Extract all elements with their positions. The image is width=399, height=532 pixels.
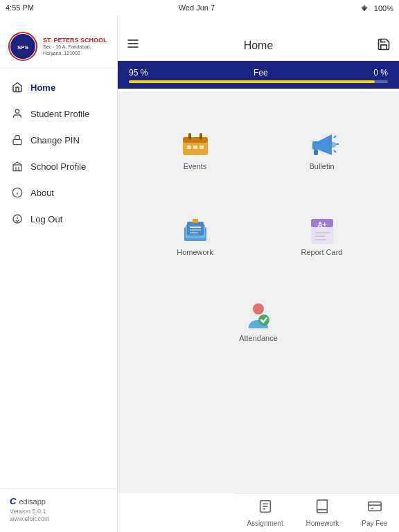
bulletin-icon (305, 127, 339, 161)
website-text: www.eloit.com (10, 515, 107, 522)
info-icon (11, 186, 24, 199)
homework-cell[interactable]: Homework (132, 198, 258, 270)
attendance-cell[interactable]: Attendance (195, 284, 322, 356)
sidebar-item-student-profile[interactable]: Student Profile (0, 100, 117, 127)
main-content: Home 95 % Fee 0 % (118, 0, 399, 532)
icon-row-2: Homework A+ Report Car (118, 191, 399, 277)
attendance-icon (242, 299, 275, 332)
svg-rect-30 (187, 222, 204, 236)
edisapp-brand: C edisapp (10, 496, 107, 506)
svg-rect-16 (188, 133, 191, 140)
sidebar-item-change-pin[interactable]: Change PIN (0, 127, 117, 153)
svg-line-27 (334, 150, 336, 152)
school-address: Sec - 16 A, Faridabad, Haryana, 121002 (43, 44, 109, 56)
svg-rect-3 (13, 139, 21, 144)
sidebar-footer: C edisapp Version 5.0.1 www.eloit.com (0, 488, 117, 532)
bulletin-icon-box (304, 126, 340, 162)
svg-rect-20 (200, 145, 204, 149)
progress-right-label: Fee (254, 68, 268, 78)
school-name: ST. PETERS SCHOOL (43, 37, 109, 44)
bulletin-label: Bulletin (309, 162, 334, 170)
svg-text:A+: A+ (317, 221, 326, 229)
sidebar-item-student-profile-label: Student Profile (30, 109, 89, 119)
save-icon[interactable] (377, 37, 391, 54)
svg-rect-23 (314, 150, 318, 155)
pay-fee-label: Pay Fee (362, 520, 387, 527)
sidebar-header: SPS ST. PETERS SCHOOL Sec - 16 A, Farida… (0, 15, 117, 69)
svg-point-2 (15, 109, 19, 113)
menu-button[interactable] (126, 37, 140, 54)
app-header: Home (118, 30, 399, 61)
version-text: Version 5.0.1 (10, 508, 107, 515)
sidebar-item-school-profile[interactable]: School Profile (0, 153, 117, 179)
sidebar-item-home[interactable]: Home (0, 74, 117, 100)
payfee-icon (367, 499, 382, 517)
bottom-nav: Assignment Homework (236, 493, 399, 532)
assignment-icon (258, 499, 273, 517)
sidebar-item-logout-label: Log Out (30, 214, 62, 224)
homework-icon (179, 213, 212, 247)
report-card-label: Report Card (301, 248, 343, 256)
events-icon-box (177, 126, 213, 162)
svg-point-41 (253, 303, 264, 314)
svg-rect-22 (312, 141, 319, 150)
svg-rect-4 (13, 165, 21, 171)
svg-rect-18 (187, 145, 191, 149)
content-area: Events (118, 91, 399, 493)
main-inner: Home 95 % Fee 0 % (118, 0, 399, 532)
bulletin-cell[interactable]: Bulletin (258, 112, 385, 184)
sidebar-item-home-label: Home (30, 82, 55, 93)
attendance-icon-box (240, 298, 276, 334)
sidebar-item-about-label: About (30, 188, 54, 198)
svg-text:SPS: SPS (17, 44, 29, 51)
sidebar-nav: Home Student Profile Change PIN (0, 69, 117, 488)
brand-name: edisapp (19, 497, 46, 506)
homework-nav-label: Homework (306, 520, 339, 527)
svg-rect-47 (369, 502, 381, 511)
school-name-block: ST. PETERS SCHOOL Sec - 16 A, Faridabad,… (43, 37, 109, 57)
sidebar-item-school-profile-label: School Profile (30, 161, 86, 172)
sidebar-item-logout[interactable]: Log Out (0, 206, 117, 232)
sidebar-item-about[interactable]: About (0, 179, 117, 206)
person-icon (11, 107, 24, 120)
lock-icon (11, 134, 24, 146)
home-icon (11, 81, 24, 94)
reportcard-icon: A+ (305, 213, 339, 247)
icon-row-3: Attendance (118, 277, 399, 363)
report-card-cell[interactable]: A+ Report Card (258, 198, 385, 270)
svg-point-24 (330, 142, 336, 148)
homework-icon-box (177, 212, 213, 248)
svg-rect-19 (193, 145, 197, 149)
status-bar: 4:55 PM Wed Jun 7 100% (0, 0, 399, 15)
status-time: 4:55 PM (6, 3, 34, 12)
status-date: Wed Jun 7 (179, 3, 215, 12)
events-icon (179, 127, 212, 161)
bottom-nav-pay-fee[interactable]: Pay Fee (362, 499, 387, 527)
building-icon (11, 160, 24, 172)
svg-marker-21 (318, 134, 332, 155)
events-cell[interactable]: Events (132, 112, 258, 184)
page-title: Home (244, 39, 274, 52)
svg-rect-34 (193, 219, 198, 223)
status-icons: 100% (360, 3, 393, 12)
sidebar: SPS ST. PETERS SCHOOL Sec - 16 A, Farida… (0, 0, 118, 532)
progress-fill (129, 80, 375, 83)
reportcard-icon-box: A+ (304, 212, 340, 248)
events-label: Events (184, 162, 207, 170)
homework-nav-icon (314, 499, 330, 517)
bottom-nav-assignment[interactable]: Assignment (247, 499, 283, 527)
assignment-label: Assignment (247, 520, 283, 527)
icon-row-1: Events (118, 91, 399, 191)
progress-left-value: 95 % (129, 68, 148, 78)
progress-right-value: 0 % (373, 68, 388, 78)
sidebar-item-change-pin-label: Change PIN (30, 135, 80, 145)
svg-line-25 (334, 136, 336, 138)
svg-rect-15 (183, 137, 208, 143)
attendance-label: Attendance (239, 334, 278, 342)
logout-icon (11, 213, 24, 225)
homework-label: Homework (177, 248, 213, 256)
school-logo: SPS (8, 32, 37, 61)
progress-labels: 95 % Fee 0 % (129, 68, 388, 78)
bottom-nav-homework[interactable]: Homework (306, 499, 339, 527)
progress-section: 95 % Fee 0 % (118, 61, 399, 89)
